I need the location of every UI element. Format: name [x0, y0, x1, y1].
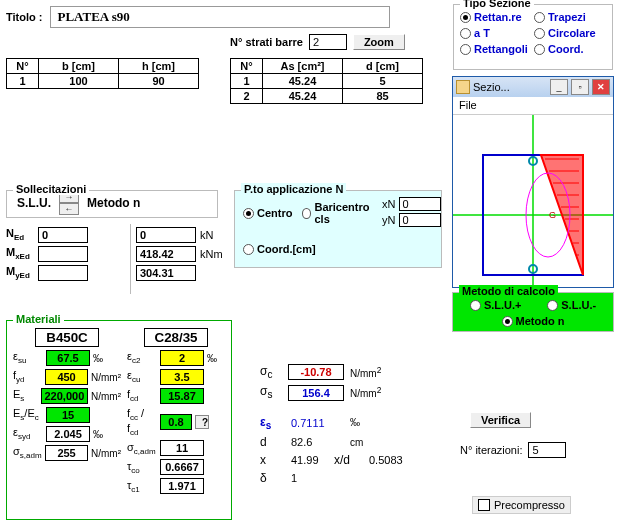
metodo-calcolo-group: Metodo di calcolo S.L.U.+ S.L.U.- Metodo…	[452, 292, 614, 332]
tipo-aT[interactable]: a T	[460, 27, 532, 39]
checkbox-icon	[478, 499, 490, 511]
file-menu[interactable]: File	[453, 97, 613, 115]
papp-group: P.to applicazione N Centro Baricentro cl…	[234, 190, 442, 268]
papp-centro[interactable]: Centro	[243, 201, 292, 225]
tipo-rettangoli[interactable]: Rettangoli	[460, 43, 532, 55]
window-icon	[456, 80, 470, 94]
sigsadm-value[interactable]: 255	[45, 445, 88, 461]
d-value: 82.6	[288, 435, 344, 449]
sollecitazioni-group: Sollecitazioni S.L.U. → ← Metodo n	[6, 190, 218, 218]
papp-coord[interactable]: Coord.[cm]	[243, 243, 316, 255]
maximize-button[interactable]: ▫	[571, 79, 589, 95]
tc1-value[interactable]: 1.971	[160, 478, 204, 494]
rebar-table[interactable]: N°As [cm²]d [cm] 145.245 245.2485	[230, 58, 423, 104]
section-window: Sezio... _ ▫ ✕ File G	[452, 76, 614, 288]
window-title: Sezio...	[473, 81, 547, 93]
tco-value[interactable]: 0.6667	[160, 459, 204, 475]
sigs-value: 156.4	[288, 385, 344, 401]
title-input[interactable]	[50, 6, 390, 28]
section-canvas[interactable]: G	[453, 115, 613, 285]
fcd-value[interactable]: 15.87	[160, 388, 204, 404]
fccfcd-value[interactable]: 0.8	[160, 414, 192, 430]
esyd-value[interactable]: 2.045	[46, 426, 90, 442]
help-button[interactable]: ?	[195, 415, 209, 429]
papp-legend: P.to applicazione N	[241, 183, 346, 195]
Mx-input-2[interactable]	[136, 246, 196, 262]
section-table[interactable]: N°b [cm]h [cm] 110090	[6, 58, 199, 89]
iter-label: N° iterazioni:	[460, 444, 522, 456]
title-label: Titolo :	[6, 11, 42, 23]
metodo-legend: Metodo di calcolo	[459, 285, 558, 297]
ec2-value[interactable]: 2	[160, 350, 204, 366]
soll-legend: Sollecitazioni	[13, 183, 89, 195]
papp-baricentro[interactable]: Baricentro cls	[302, 201, 371, 225]
slu-label: S.L.U.	[13, 196, 55, 210]
tipo-rettan[interactable]: Rettan.re	[460, 11, 532, 23]
materiali-group: Materiali B450C εsu67.5‰ fyd450N/mm² Es2…	[6, 320, 232, 520]
MxEd-input[interactable]	[38, 246, 88, 262]
zoom-button[interactable]: Zoom	[353, 34, 405, 50]
results-group: σc -10.78 N/mm2 σs 156.4 N/mm2 εs 0.7111…	[260, 360, 440, 489]
yN-label: yN	[373, 214, 395, 226]
strati-input[interactable]	[309, 34, 347, 50]
sigc-value: -10.78	[288, 364, 344, 380]
forces-group: NEd kN MxEd kNm MyEd	[6, 224, 226, 284]
table-row: 245.2485	[231, 89, 423, 104]
tipo-circolare[interactable]: Circolare	[534, 27, 606, 39]
tipo-legend: Tipo Sezione	[460, 0, 534, 9]
table-row: 110090	[7, 74, 199, 89]
concrete-button[interactable]: C28/35	[144, 328, 208, 347]
precompresso-label: Precompresso	[494, 499, 565, 511]
sigcadm-value[interactable]: 11	[160, 440, 204, 456]
xN-input[interactable]	[399, 197, 441, 211]
MyEd-input[interactable]	[38, 265, 88, 281]
metodo-sluminus[interactable]: S.L.U.-	[547, 299, 596, 311]
kNm-unit: kNm	[200, 248, 223, 260]
precompresso-check[interactable]: Precompresso	[472, 496, 571, 514]
Es-value[interactable]: 220,000	[41, 388, 88, 404]
svg-text:G: G	[549, 210, 556, 220]
kN-unit: kN	[200, 229, 213, 241]
verifica-button[interactable]: Verifica	[470, 412, 531, 428]
arrow-left-button[interactable]: ←	[59, 203, 79, 215]
table-row: 145.245	[231, 74, 423, 89]
N-input-2[interactable]	[136, 227, 196, 243]
delta-value: 1	[288, 471, 344, 485]
My-input-2[interactable]	[136, 265, 196, 281]
yN-input[interactable]	[399, 213, 441, 227]
materiali-legend: Materiali	[13, 313, 64, 325]
x-value: 41.99	[288, 453, 328, 467]
xN-label: xN	[373, 198, 395, 210]
metodo-n[interactable]: Metodo n	[502, 315, 565, 327]
steel-button[interactable]: B450C	[35, 328, 99, 347]
metodo-label: Metodo n	[83, 196, 144, 210]
close-button[interactable]: ✕	[592, 79, 610, 95]
tipo-trapezi[interactable]: Trapezi	[534, 11, 606, 23]
strati-label: N° strati barre	[230, 36, 303, 48]
NEd-input[interactable]	[38, 227, 88, 243]
tipo-coord[interactable]: Coord.	[534, 43, 606, 55]
EsEc-value[interactable]: 15	[46, 407, 90, 423]
iter-input[interactable]	[528, 442, 566, 458]
xd-value: 0.5083	[366, 453, 422, 467]
minimize-button[interactable]: _	[550, 79, 568, 95]
eps-value: 0.7111	[288, 416, 344, 430]
metodo-sluplus[interactable]: S.L.U.+	[470, 299, 522, 311]
ecu-value[interactable]: 3.5	[160, 369, 204, 385]
esu-value[interactable]: 67.5	[46, 350, 90, 366]
fyd-value[interactable]: 450	[45, 369, 88, 385]
tipo-sezione-group: Tipo Sezione Rettan.re Trapezi a T Circo…	[453, 4, 613, 70]
